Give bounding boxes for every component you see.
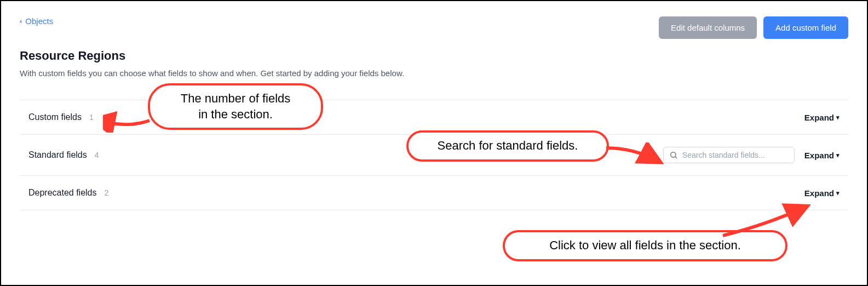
add-custom-field-button[interactable]: Add custom field <box>763 16 848 39</box>
section-count: 4 <box>95 151 99 159</box>
section-title: Deprecated fields <box>28 188 97 198</box>
section-count: 2 <box>105 188 109 197</box>
section-standard-fields: Standard fields 4 Expand ▾ <box>20 134 848 175</box>
edit-default-columns-button[interactable]: Edit default columns <box>659 16 757 39</box>
chevron-down-icon: ▾ <box>836 152 840 159</box>
breadcrumb-back-link[interactable]: ‹ Objects <box>20 16 53 26</box>
expand-label: Expand <box>804 113 834 122</box>
svg-line-1 <box>675 157 677 158</box>
chevron-down-icon: ▾ <box>836 190 840 197</box>
section-title: Custom fields <box>28 112 82 122</box>
expand-toggle-custom[interactable]: Expand ▾ <box>804 113 840 122</box>
expand-toggle-deprecated[interactable]: Expand ▾ <box>804 188 840 198</box>
section-custom-fields: Custom fields 1 Expand ▾ <box>20 100 848 134</box>
page-subtitle: With custom fields you can choose what f… <box>20 68 848 78</box>
section-deprecated-fields: Deprecated fields 2 Expand ▾ <box>20 175 848 210</box>
page-title: Resource Regions <box>20 49 848 63</box>
section-title: Standard fields <box>28 150 87 160</box>
expand-label: Expand <box>804 151 834 160</box>
search-standard-fields-input[interactable] <box>682 151 789 159</box>
search-standard-fields-wrap[interactable] <box>663 147 795 163</box>
expand-toggle-standard[interactable]: Expand ▾ <box>804 151 840 160</box>
svg-point-0 <box>670 152 675 157</box>
chevron-left-icon: ‹ <box>20 17 22 25</box>
breadcrumb-label: Objects <box>25 16 53 26</box>
annotation-expand-callout: Click to view all fields in the section. <box>503 230 787 261</box>
section-count: 1 <box>89 113 94 122</box>
search-icon <box>669 151 678 159</box>
expand-label: Expand <box>804 188 834 198</box>
chevron-down-icon: ▾ <box>836 114 840 121</box>
